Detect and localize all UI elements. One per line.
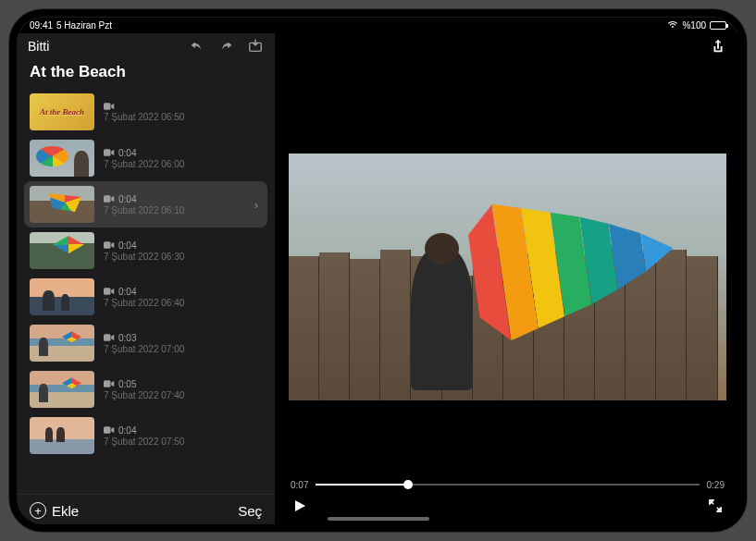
battery-percent: %100 <box>682 20 706 31</box>
clip-date: 7 Şubat 2022 06:30 <box>104 252 262 262</box>
clip-date: 7 Şubat 2022 06:40 <box>104 298 262 308</box>
select-button[interactable]: Seç <box>238 503 262 519</box>
chevron-right-icon: › <box>254 198 258 212</box>
redo-icon[interactable] <box>217 38 234 55</box>
svg-rect-7 <box>104 380 111 387</box>
clip-list[interactable]: At the Beach7 Şubat 2022 06:500:047 Şuba… <box>17 89 275 494</box>
video-icon <box>104 379 115 388</box>
clip-thumbnail <box>30 371 94 408</box>
undo-icon[interactable] <box>188 38 204 55</box>
svg-rect-8 <box>104 426 111 434</box>
clip-duration: 0:05 <box>118 379 136 389</box>
fullscreen-button[interactable] <box>706 497 725 515</box>
home-indicator[interactable] <box>328 517 429 521</box>
svg-rect-5 <box>104 288 111 295</box>
video-icon <box>104 194 115 203</box>
wifi-icon <box>667 20 678 31</box>
preview-pane: 0:07 0:29 <box>276 33 739 524</box>
clip-duration: 0:03 <box>118 333 136 343</box>
clip-meta: 0:047 Şubat 2022 06:40 <box>104 287 262 308</box>
clip-thumbnail <box>30 417 94 454</box>
plus-icon: + <box>30 502 46 519</box>
video-icon <box>104 148 115 157</box>
clip-date: 7 Şubat 2022 06:00 <box>104 159 262 169</box>
clip-thumbnail <box>30 278 94 315</box>
svg-rect-2 <box>104 149 111 156</box>
clip-duration: 0:04 <box>118 148 136 158</box>
clip-row[interactable]: 0:047 Şubat 2022 06:10› <box>24 181 267 227</box>
video-icon <box>104 287 115 296</box>
clip-meta: 0:047 Şubat 2022 06:00 <box>104 148 262 169</box>
video-icon <box>104 425 115 435</box>
clip-duration: 0:04 <box>118 194 136 204</box>
clip-sidebar: Bitti At the Beach At the Beach7 Şubat 2… <box>17 33 276 524</box>
video-icon <box>104 333 115 342</box>
clip-thumbnail <box>30 232 94 269</box>
clip-row[interactable]: 0:047 Şubat 2022 07:50 <box>24 412 267 459</box>
clip-thumbnail <box>30 186 94 223</box>
clip-row[interactable]: 0:037 Şubat 2022 07:00 <box>24 320 267 366</box>
total-time: 0:29 <box>707 480 725 490</box>
clip-thumbnail: At the Beach <box>30 93 94 130</box>
clip-date: 7 Şubat 2022 07:50 <box>104 436 262 447</box>
video-icon <box>104 102 115 111</box>
import-media-icon[interactable] <box>247 38 264 55</box>
svg-rect-3 <box>104 195 111 203</box>
clip-meta: 0:047 Şubat 2022 06:10 <box>104 194 262 215</box>
project-title: At the Beach <box>17 59 275 89</box>
video-icon <box>104 240 115 250</box>
clip-meta: 7 Şubat 2022 06:50 <box>104 102 262 122</box>
clip-row[interactable]: 0:047 Şubat 2022 06:30 <box>24 227 267 274</box>
clip-meta: 0:037 Şubat 2022 07:00 <box>104 333 262 354</box>
svg-rect-1 <box>104 103 111 110</box>
clip-date: 7 Şubat 2022 06:10 <box>104 205 262 215</box>
share-icon[interactable] <box>710 38 726 55</box>
clip-row[interactable]: 0:047 Şubat 2022 06:00 <box>24 135 267 181</box>
clip-duration: 0:04 <box>118 425 136 436</box>
add-label: Ekle <box>52 503 79 519</box>
clip-date: 7 Şubat 2022 06:50 <box>104 112 262 122</box>
svg-rect-6 <box>104 334 111 341</box>
video-preview[interactable] <box>289 154 726 400</box>
add-clip-button[interactable]: + Ekle <box>30 502 79 519</box>
done-button[interactable]: Bitti <box>28 39 49 54</box>
clip-date: 7 Şubat 2022 07:00 <box>104 344 262 354</box>
clip-thumbnail <box>30 140 94 177</box>
clip-row[interactable]: 0:057 Şubat 2022 07:40 <box>24 366 267 412</box>
clip-meta: 0:047 Şubat 2022 06:30 <box>104 240 262 262</box>
svg-rect-4 <box>104 241 111 249</box>
battery-icon <box>710 21 726 30</box>
clip-thumbnail <box>30 325 94 362</box>
clip-duration: 0:04 <box>118 287 136 297</box>
clip-row[interactable]: 0:047 Şubat 2022 06:40 <box>24 274 267 320</box>
current-time: 0:07 <box>291 480 308 490</box>
status-date: 5 Haziran Pzt <box>56 20 112 31</box>
scrubber[interactable] <box>316 478 699 491</box>
status-bar: 09:41 5 Haziran Pzt %100 <box>17 17 739 33</box>
clip-meta: 0:047 Şubat 2022 07:50 <box>104 425 262 447</box>
status-time: 09:41 <box>30 20 53 31</box>
clip-meta: 0:057 Şubat 2022 07:40 <box>104 379 262 400</box>
play-button[interactable] <box>291 497 309 515</box>
clip-duration: 0:04 <box>118 240 136 251</box>
clip-date: 7 Şubat 2022 07:40 <box>104 390 262 400</box>
clip-row[interactable]: At the Beach7 Şubat 2022 06:50 <box>24 89 267 135</box>
